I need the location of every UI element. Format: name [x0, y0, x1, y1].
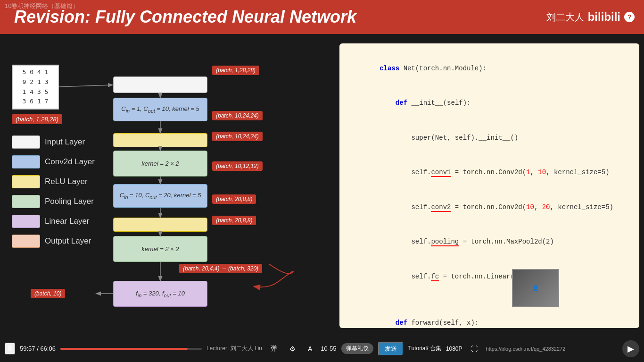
code-line-3: super(Net, self).__init__() — [348, 120, 631, 155]
danmu-placeholder-text: 弹幕礼仪 — [341, 343, 373, 354]
author-name: 刘二大人 — [546, 11, 584, 24]
legend-box-input — [12, 135, 40, 149]
layer-relu1 — [113, 133, 207, 147]
layer-linear: fin = 320, fout = 10 — [113, 281, 207, 307]
code-line-6: self.pooling = torch.nn.MaxPool2d(2) — [348, 225, 631, 260]
progress-bar[interactable] — [60, 348, 202, 350]
legend: Input Layer Conv2d Layer ReLU Layer Pool… — [12, 135, 95, 248]
code-line-8 — [348, 294, 631, 306]
bilibili-text: bilibili — [588, 10, 620, 24]
diagram-area: 5 0 4 1 9 2 1 3 1 4 3 5 3 6 1 7 (batch, … — [5, 41, 335, 328]
settings-button[interactable]: ⚙ — [286, 343, 299, 354]
next-episode-button[interactable]: ▶ — [622, 340, 639, 357]
layer-pool1: kernel = 2 × 2 — [113, 151, 207, 177]
legend-label-linear: Linear Layer — [45, 217, 90, 226]
fullscreen-button[interactable]: ⛶ — [467, 343, 481, 354]
layer-relu2 — [113, 218, 207, 232]
subtitle-button[interactable]: A — [304, 343, 316, 354]
code-line-7: self.fc = torch.nn.Linear(320, 10) — [348, 259, 631, 294]
dim-badge-2: (batch, 10,24,24) — [212, 111, 263, 120]
dim-badge-8: (batch, 10) — [31, 289, 65, 298]
danmu-toggle-button[interactable]: 弹 — [267, 343, 281, 355]
legend-linear: Linear Layer — [12, 215, 95, 228]
resolution-button[interactable]: 1080P — [446, 345, 462, 352]
legend-label-relu: ReLU Layer — [45, 177, 88, 186]
layer-conv2: Cin = 10, Cout = 20, kernel = 5 — [113, 184, 207, 208]
layer-input — [113, 76, 207, 93]
bilibili-logo: 刘二大人 bilibili ? — [546, 10, 635, 24]
episode-number: 10-55 — [321, 345, 336, 352]
code-line-4: self.conv1 = torch.nn.Conv2d(1, 10, kern… — [348, 155, 631, 190]
tutorial-label: Tutorial — [408, 345, 427, 352]
code-panel: class Net(torch.nn.Module): def __init__… — [339, 43, 639, 328]
legend-label-conv2d: Conv2d Layer — [45, 157, 95, 167]
code-line-1: class Net(torch.nn.Module): — [348, 51, 631, 86]
batch-label-img: (batch, 1,28,28) — [12, 114, 62, 124]
svg-line-0 — [59, 85, 112, 87]
title-bar: 10卷积神经网络（基础篇） Revision: Fully Connected … — [0, 0, 644, 34]
code-line-2: def __init__(self): — [348, 86, 631, 121]
control-bar: ⏸ 59:57 / 66:06 Lecturer: 刘二大人 Liu 弹 ⚙ A… — [0, 335, 644, 362]
legend-label-input: Input Layer — [45, 137, 85, 147]
legend-box-output — [12, 235, 40, 248]
avatar: 👤 — [512, 269, 559, 307]
legend-conv2d: Conv2d Layer — [12, 155, 95, 168]
legend-box-pooling — [12, 195, 40, 208]
legend-box-relu — [12, 175, 40, 188]
layer-pool2: kernel = 2 × 2 — [113, 236, 207, 262]
lecturer-info: Lecturer: 刘二大人 Liu — [206, 345, 262, 353]
dim-badge-5: (batch, 20,8,8) — [212, 194, 256, 204]
dim-badge-7: (batch, 20,4,4) → (batch, 320) — [179, 264, 262, 273]
url-text: https://blog.csdn.net/qq_42832272 — [486, 346, 566, 352]
progress-fill — [60, 348, 188, 350]
episode-text: 10-55 — [321, 345, 336, 352]
layer-conv1: Cin = 1, Cout = 10, kernel = 5 — [113, 98, 207, 121]
legend-label-output: Output Layer — [45, 236, 91, 246]
dim-badge-4: (batch, 10,12,12) — [212, 161, 263, 171]
dim-badge-1: (batch, 1,28,28) — [212, 66, 259, 75]
collection-label: 合集 — [430, 345, 441, 352]
help-icon[interactable]: ? — [624, 12, 635, 22]
input-image: 5 0 4 1 9 2 1 3 1 4 3 5 3 6 1 7 — [12, 65, 59, 109]
slide: 10卷积神经网络（基础篇） Revision: Fully Connected … — [0, 0, 644, 335]
code-line-9: def forward(self, x): — [348, 305, 631, 328]
code-line-5: self.conv2 = torch.nn.Conv2d(10, 20, ker… — [348, 190, 631, 225]
time-total: 66:06 — [40, 345, 56, 352]
legend-output: Output Layer — [12, 235, 95, 248]
tutorial-text: Tutorial/ 合集 — [408, 345, 441, 353]
time-display: 59:57 / 66:06 — [20, 345, 56, 352]
legend-box-conv2d — [12, 155, 40, 168]
legend-input: Input Layer — [12, 135, 95, 149]
legend-pooling: Pooling Layer — [12, 195, 95, 208]
watermark-text: 10卷积神经网络（基础篇） — [5, 2, 79, 10]
dim-badge-3: (batch, 10,24,24) — [212, 132, 263, 141]
legend-box-linear — [12, 215, 40, 228]
send-button[interactable]: 发送 — [378, 342, 404, 356]
legend-label-pooling: Pooling Layer — [45, 197, 94, 206]
dim-badge-6: (batch, 20,8,8) — [212, 216, 256, 225]
time-current: 59:57 — [20, 345, 35, 352]
legend-relu: ReLU Layer — [12, 175, 95, 188]
play-button[interactable]: ⏸ — [5, 343, 15, 354]
